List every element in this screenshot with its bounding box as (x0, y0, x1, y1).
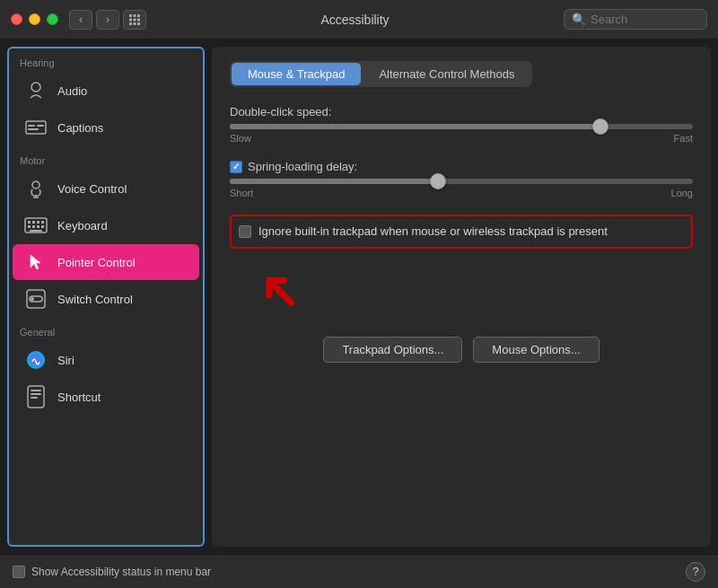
pointer-icon (23, 250, 48, 275)
svg-rect-32 (31, 390, 41, 391)
traffic-lights (11, 13, 58, 25)
captions-icon (23, 115, 48, 140)
sidebar-item-keyboard[interactable]: Keyboard (13, 207, 199, 243)
action-buttons: Trackpad Options... Mouse Options... (230, 337, 693, 363)
close-button[interactable] (11, 13, 22, 25)
sidebar-section-motor: Motor (9, 146, 203, 170)
svg-rect-19 (32, 221, 35, 224)
svg-rect-22 (28, 225, 31, 228)
audio-icon (23, 78, 48, 103)
svg-rect-3 (129, 18, 132, 21)
search-box[interactable]: 🔍 (564, 9, 707, 30)
double-click-slider-container: Slow Fast (230, 124, 693, 144)
double-click-slider-track[interactable] (230, 124, 693, 129)
sidebar-item-audio-label: Audio (57, 84, 87, 98)
spring-loading-slider-fill (230, 179, 438, 184)
svg-rect-5 (137, 18, 140, 21)
ignore-trackpad-label: Ignore built-in trackpad when mouse or w… (258, 224, 608, 240)
sidebar-item-voice-control[interactable]: Voice Control (13, 171, 199, 206)
svg-rect-7 (134, 22, 136, 25)
sidebar-item-switch-control[interactable]: Switch Control (13, 281, 199, 317)
spring-loading-labels: Short Long (230, 188, 693, 198)
svg-rect-33 (31, 393, 41, 395)
sidebar-section-hearing: Hearing (9, 48, 203, 72)
help-button[interactable]: ? (686, 562, 705, 582)
search-input[interactable] (591, 13, 698, 26)
tab-mouse-trackpad[interactable]: Mouse & Trackpad (232, 63, 361, 85)
double-click-slider-thumb[interactable] (592, 118, 609, 135)
spring-loading-slider-thumb[interactable] (430, 173, 446, 189)
sidebar-item-audio[interactable]: Audio (13, 73, 199, 109)
spring-loading-long-label: Long (671, 188, 693, 198)
search-icon: 🔍 (572, 13, 586, 26)
sidebar: Hearing Audio Captions Mot (7, 47, 205, 547)
svg-rect-18 (28, 221, 31, 224)
svg-rect-21 (41, 221, 44, 224)
spring-loading-short-label: Short (230, 188, 253, 198)
sidebar-item-captions[interactable]: Captions (13, 110, 199, 145)
spring-loading-label: Spring-loading delay: (248, 160, 357, 173)
spring-loading-slider-track[interactable] (230, 179, 693, 184)
tab-alternate-control[interactable]: Alternate Control Methods (363, 63, 530, 85)
titlebar: ‹ › Accessibility 🔍 (0, 0, 718, 39)
arrow-annotation: ➜ (230, 265, 693, 319)
sidebar-item-switch-control-label: Switch Control (57, 293, 133, 306)
svg-rect-13 (37, 125, 44, 127)
status-bar-checkbox-row: Show Accessibility status in menu bar (13, 566, 211, 578)
double-click-label: Double-click speed: (230, 105, 693, 118)
svg-point-9 (31, 83, 40, 92)
siri-icon (23, 347, 48, 373)
mouse-options-button[interactable]: Mouse Options... (473, 337, 599, 363)
bottom-bar: Show Accessibility status in menu bar ? (0, 554, 718, 588)
svg-rect-20 (37, 221, 39, 224)
trackpad-options-button[interactable]: Trackpad Options... (323, 337, 462, 363)
main-area: Hearing Audio Captions Mot (0, 39, 718, 554)
ignore-trackpad-checkbox[interactable] (239, 225, 251, 238)
status-bar-label: Show Accessibility status in menu bar (31, 566, 211, 578)
svg-rect-0 (129, 14, 132, 17)
maximize-button[interactable] (47, 13, 58, 25)
grid-button[interactable] (123, 10, 146, 30)
svg-rect-11 (28, 125, 35, 127)
double-click-slow-label: Slow (230, 133, 251, 144)
spring-loading-setting: Spring-loading delay: Short Long (230, 160, 693, 198)
sidebar-item-captions-label: Captions (57, 121, 103, 135)
svg-rect-2 (137, 14, 140, 17)
keyboard-icon (23, 213, 48, 238)
svg-rect-4 (134, 18, 136, 21)
spring-loading-checkbox[interactable] (230, 161, 242, 173)
sidebar-item-siri-label: Siri (57, 354, 74, 367)
ignore-trackpad-row: Ignore built-in trackpad when mouse or w… (230, 215, 693, 249)
shortcut-icon (23, 384, 48, 409)
svg-rect-8 (137, 22, 140, 25)
svg-point-29 (31, 297, 34, 301)
minimize-button[interactable] (29, 13, 40, 25)
red-arrow-icon: ➜ (244, 257, 314, 327)
svg-rect-6 (129, 22, 132, 25)
sidebar-item-pointer-control[interactable]: Pointer Control (13, 244, 199, 280)
voice-control-icon (23, 176, 48, 201)
double-click-labels: Slow Fast (230, 133, 693, 144)
double-click-slider-fill (230, 124, 600, 129)
nav-buttons: ‹ › (69, 10, 119, 30)
sidebar-item-siri[interactable]: Siri (13, 342, 199, 378)
svg-rect-26 (30, 230, 42, 232)
svg-rect-10 (26, 121, 46, 134)
sidebar-item-voice-control-label: Voice Control (57, 182, 127, 196)
spring-loading-slider-container: Short Long (230, 179, 693, 198)
back-button[interactable]: ‹ (69, 10, 92, 30)
forward-button[interactable]: › (96, 10, 119, 30)
tabs-bar: Mouse & Trackpad Alternate Control Metho… (230, 61, 532, 87)
sidebar-item-pointer-control-label: Pointer Control (57, 256, 136, 269)
svg-rect-1 (134, 14, 136, 17)
double-click-fast-label: Fast (674, 133, 693, 144)
sidebar-item-keyboard-label: Keyboard (57, 219, 108, 233)
svg-point-14 (32, 181, 39, 189)
svg-rect-34 (31, 397, 38, 399)
svg-rect-24 (37, 225, 39, 228)
svg-point-30 (27, 351, 45, 369)
content-panel: Mouse & Trackpad Alternate Control Metho… (212, 47, 711, 547)
sidebar-item-shortcut[interactable]: Shortcut (13, 379, 199, 415)
status-bar-checkbox[interactable] (13, 566, 25, 578)
spring-loading-header: Spring-loading delay: (230, 160, 693, 173)
